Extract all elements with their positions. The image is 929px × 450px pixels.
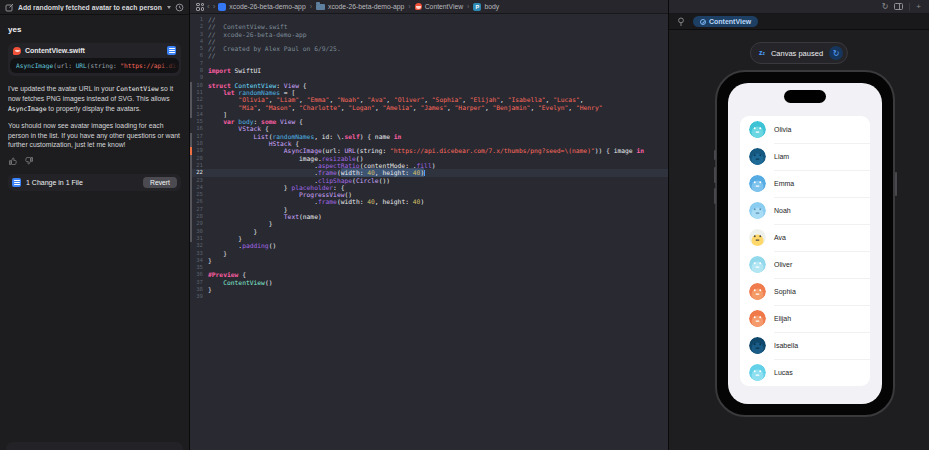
breadcrumb-item-swift[interactable]: ContentView [415, 3, 463, 10]
code-snippet[interactable]: AsyncImage(url: URL(string: "https://api… [10, 58, 179, 73]
code-line-30[interactable]: 30 } [190, 228, 668, 235]
code-line-27[interactable]: 27 } [190, 206, 668, 213]
folder-icon [316, 4, 325, 11]
line-number: 25 [192, 191, 208, 198]
code-line-5[interactable]: 5// Created by Alex Paul on 6/9/25. [190, 45, 668, 52]
code-line-3[interactable]: 3// xcode-26-beta-demo-app [190, 31, 668, 38]
resume-canvas-button[interactable]: ↻ [829, 46, 843, 60]
code-line-39[interactable]: 39 [190, 293, 668, 300]
code-line-9[interactable]: 9 [190, 74, 668, 81]
code-line-20[interactable]: 20 image.resizable() [190, 155, 668, 162]
line-number: 2 [192, 23, 208, 30]
file-change-card[interactable]: ContentView.swift AsyncImage(url: URL(st… [8, 43, 181, 76]
line-number: 30 [192, 228, 208, 235]
code-line-32[interactable]: 32 .padding() [190, 242, 668, 249]
breadcrumb-item-property[interactable]: Pbody [473, 3, 499, 11]
list-item[interactable]: Emma [740, 170, 870, 197]
code-line-2[interactable]: 2// ContentView.swift [190, 23, 668, 30]
code-lines[interactable]: 1//2// ContentView.swift3// xcode-26-bet… [190, 14, 668, 301]
history-icon[interactable] [175, 3, 184, 12]
code-line-14[interactable]: 14 ] [190, 111, 668, 118]
apply-change-badge-icon[interactable] [167, 46, 176, 55]
list-item[interactable]: Lucas [740, 359, 870, 386]
code-line-38[interactable]: 38} [190, 286, 668, 293]
code-line-29[interactable]: 29 } [190, 220, 668, 227]
list-item[interactable]: Elijah [740, 305, 870, 332]
code-line-36[interactable]: 36#Preview { [190, 271, 668, 278]
breadcrumb-label: ContentView [425, 3, 463, 10]
line-number: 36 [192, 271, 208, 278]
breadcrumb-item-app[interactable]: xcode-26-beta-demo-app [218, 3, 305, 11]
list-item[interactable]: Oliver [740, 251, 870, 278]
line-number: 32 [192, 242, 208, 249]
related-items-icon[interactable] [196, 3, 204, 11]
code-line-19[interactable]: 19 AsyncImage(url: URL(string: "https://… [190, 147, 668, 154]
code-line-18[interactable]: 18 HStack { [190, 140, 668, 147]
code-line-35[interactable]: 35 [190, 264, 668, 271]
code-line-24[interactable]: 24 } placeholder: { [190, 184, 668, 191]
code-line-15[interactable]: 15 var body: some View { [190, 118, 668, 125]
list-item[interactable]: Isabella [740, 332, 870, 359]
code-line-7[interactable]: 7 [190, 60, 668, 67]
list-item[interactable]: Sophia [740, 278, 870, 305]
code-line-11[interactable]: 11 let randomNames = [ [190, 89, 668, 96]
line-number: 15 [192, 118, 208, 125]
revert-button[interactable]: Revert [143, 177, 177, 188]
canvas-paused-label: Canvas paused [771, 49, 823, 58]
code-line-23[interactable]: 23 .clipShape(Circle()) [190, 177, 668, 184]
chevron-down-icon[interactable] [167, 6, 171, 9]
code-line-31[interactable]: 31 } [190, 235, 668, 242]
code-line-6[interactable]: 6// [190, 52, 668, 59]
list-item[interactable]: Ava [740, 224, 870, 251]
line-number: 31 [192, 235, 208, 242]
new-chat-icon[interactable] [5, 3, 14, 12]
person-name: Lucas [774, 369, 793, 376]
list-item[interactable]: Noah [740, 197, 870, 224]
chat-header: Add randomly fetched avatar to each pers… [0, 0, 189, 15]
code-line-34[interactable]: 34} [190, 257, 668, 264]
forward-icon[interactable]: › [213, 3, 216, 11]
list-item[interactable]: Liam [740, 143, 870, 170]
code-line-28[interactable]: 28 Text(name) [190, 213, 668, 220]
code-line-10[interactable]: 10struct ContentView: View { [190, 82, 668, 89]
line-number: 7 [192, 60, 208, 67]
list-item[interactable]: Olivia [740, 116, 870, 143]
diff-icon [12, 178, 21, 187]
code-line-17[interactable]: 17 List(randomNames, id: \.self) { name … [190, 133, 668, 140]
thumbs-down-icon[interactable] [24, 156, 34, 166]
code-line-22[interactable]: 22 .frame(width: 40, height: 40) [190, 169, 668, 176]
changes-count-label: 1 Change in 1 File [26, 179, 138, 186]
avatar [749, 229, 766, 246]
split-view-icon[interactable] [894, 3, 903, 10]
code-line-25[interactable]: 25 ProgressView() [190, 191, 668, 198]
assistant-panel: Add randomly fetched avatar to each pers… [0, 0, 190, 450]
line-number: 34 [192, 257, 208, 264]
toolbar-divider [909, 3, 910, 11]
avatar [749, 202, 766, 219]
line-number: 5 [192, 45, 208, 52]
back-icon[interactable]: ‹ [207, 3, 210, 11]
line-number: 39 [192, 293, 208, 300]
people-list[interactable]: OliviaLiamEmmaNoahAvaOliverSophiaElijahI… [740, 116, 870, 386]
jump-bar: ‹ › xcode-26-beta-demo-app›xcode-26-beta… [190, 0, 668, 14]
thumbs-up-icon[interactable] [8, 156, 18, 166]
code-line-16[interactable]: 16 VStack { [190, 125, 668, 132]
tab-contentview[interactable]: ContentView [693, 16, 758, 27]
code-line-33[interactable]: 33 } [190, 250, 668, 257]
code-line-37[interactable]: 37 ContentView() [190, 279, 668, 286]
code-line-26[interactable]: 26 .frame(width: 40, height: 40) [190, 198, 668, 205]
chat-session-title[interactable]: Add randomly fetched avatar to each pers… [18, 4, 163, 11]
pin-icon[interactable] [677, 17, 685, 27]
line-number: 38 [192, 286, 208, 293]
breadcrumb-item-folder[interactable]: xcode-26-beta-demo-app [316, 3, 404, 11]
code-line-12[interactable]: 12 "Olivia", "Liam", "Emma", "Noah", "Av… [190, 96, 668, 103]
code-line-1[interactable]: 1// [190, 16, 668, 23]
chat-input-field[interactable] [6, 442, 183, 450]
code-line-13[interactable]: 13 "Mia", "Mason", "Charlotte", "Logan",… [190, 104, 668, 111]
add-preview-icon[interactable]: + [916, 3, 921, 11]
line-number: 4 [192, 38, 208, 45]
code-line-4[interactable]: 4// [190, 38, 668, 45]
refresh-canvas-icon[interactable]: ↻ [882, 3, 889, 11]
person-name: Ava [774, 234, 786, 241]
code-line-8[interactable]: 8import SwiftUI [190, 67, 668, 74]
